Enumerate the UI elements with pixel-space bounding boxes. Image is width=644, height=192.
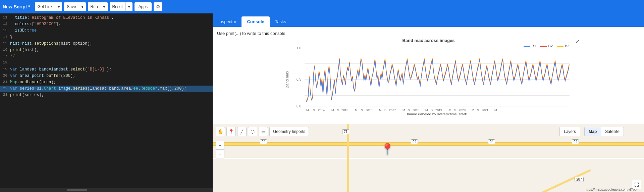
route-badge-94-1: 94 [260,139,267,144]
svg-text:M: M [379,108,381,112]
svg-text:1.0: 1.0 [297,46,301,50]
code-line-14: 14 } [0,34,213,41]
tabs-bar: Inspector Console Tasks [213,13,644,27]
reset-button[interactable]: Reset ▼ [110,2,132,11]
code-line-18: 18 [0,60,213,66]
legend-b2-line [540,46,547,47]
chart-title: Band max across images [284,38,573,43]
expand-chart-button[interactable]: ⤢ [576,39,580,44]
map-view-button[interactable]: Map [584,127,601,136]
svg-text:S: S [431,108,433,112]
route-badge-287: 287 [575,177,584,182]
save-arrow[interactable]: ▼ [79,2,86,11]
pan-tool-button[interactable]: ✋ [216,127,225,136]
settings-button[interactable]: ⚙ [154,2,162,11]
map-marker: 📍 [381,143,394,155]
svg-text:0.0: 0.0 [297,104,301,108]
svg-text:M: M [331,108,334,112]
highway-94-border-bottom [213,145,644,146]
zoom-in-button[interactable]: + [216,141,224,150]
get-link-button[interactable]: Get Link ▼ [35,2,62,11]
reset-arrow[interactable]: ▼ [125,2,132,11]
zoom-out-button[interactable]: − [216,150,224,158]
svg-text:2015: 2015 [341,108,348,112]
svg-text:M: M [306,108,309,112]
code-line-12: 12 colors:["#9932CC"], [0,21,213,28]
legend-b3-label: B3 [565,44,569,48]
svg-text:S: S [337,108,339,112]
road-71 [347,124,349,192]
get-link-arrow[interactable]: ▼ [55,2,62,11]
route-badge-71: 71 [342,129,349,134]
svg-text:2017: 2017 [389,108,396,112]
shape-tool-button[interactable]: ⬡ [248,127,257,136]
code-editor-panel: 11 title: Histogram of Elevation in Kans… [0,13,213,192]
code-line-13: 13 is3D:true [0,28,213,34]
svg-text:2014: 2014 [318,108,325,112]
svg-text:S: S [313,108,315,112]
layers-button[interactable]: Layers [559,127,580,136]
code-line-16: 16 print(hist); [0,47,213,53]
legend-b3-line [557,46,564,47]
svg-text:2018: 2018 [413,108,419,112]
minor-road-1 [213,158,644,159]
svg-text:M: M [494,108,497,112]
tab-inspector[interactable]: Inspector [213,16,241,27]
code-line-20: 20 var area=point.buffer(300); [0,73,213,79]
geometry-imports-button[interactable]: Geometry Imports [269,127,309,136]
rect-tool-button[interactable]: ▭ [259,127,268,136]
svg-text:2021: 2021 [482,108,488,112]
code-editor[interactable]: 11 title: Histogram of Elevation in Kans… [0,13,213,188]
route-badge-94-3: 94 [488,139,495,144]
code-line-19: 19 var landsat_band=landsat.select("B[1-… [0,66,213,73]
script-title: New Script * [3,4,30,9]
svg-text:0.5: 0.5 [297,78,301,81]
code-content[interactable]: 11 title: Histogram of Elevation in Kans… [0,13,213,188]
legend-b2-label: B2 [548,44,553,48]
map-attribution: https://maps.googleapis.com/vt?pb=... [585,188,641,191]
svg-text:Band max: Band max [285,71,289,88]
tab-console[interactable]: Console [241,16,269,27]
svg-text:M: M [402,108,405,112]
svg-text:M: M [449,108,451,112]
main-layout: 11 title: Histogram of Elevation in Kans… [0,13,644,192]
chart-svg: 1.0 0.5 0.0 Band max M S 2014 M S 2015 M… [284,44,573,115]
map-satellite-toggle: Map Satellite [584,127,624,136]
main-toolbar: New Script * Get Link ▼ Save ▼ Run ▼ Res… [0,0,644,13]
route-badge-94-2: 94 [411,139,418,144]
run-arrow[interactable]: ▼ [101,2,108,11]
zoom-controls: + − [216,141,224,158]
reset-main[interactable]: Reset [110,2,125,11]
fullscreen-icon [634,182,639,187]
highway-94-border-top [213,142,644,143]
point-tool-button[interactable]: 📍 [226,127,236,136]
code-line-17: 17 */ [0,53,213,60]
svg-text:2019: 2019 [435,108,442,112]
svg-text:S: S [361,108,363,112]
svg-text:2016: 2016 [366,108,372,112]
map-toolbar: ✋ 📍 ╱ ⬡ ▭ Geometry Imports [216,127,309,136]
tab-tasks[interactable]: Tasks [270,16,291,27]
route-badge-94-4: 94 [572,139,579,144]
legend-b1-line [524,46,530,47]
code-scrollbar-bottom [0,188,213,192]
apps-button[interactable]: Apps [135,2,152,11]
code-line-21: 21 Map.addLayer(area); [0,79,213,86]
svg-text:2020: 2020 [459,108,466,112]
run-button[interactable]: Run ▼ [88,2,108,11]
save-main[interactable]: Save [64,2,78,11]
code-line-23: 23 print(series); [0,92,213,98]
run-main[interactable]: Run [88,2,101,11]
save-button[interactable]: Save ▼ [64,2,86,11]
console-hint: Use print(...) to write to this console. [217,31,640,36]
code-line-11: 11 title: Histogram of Elevation in Kans… [0,15,213,21]
right-panel: Inspector Console Tasks Use print(...) t… [213,13,644,192]
map-area[interactable]: ✋ 📍 ╱ ⬡ ▭ Geometry Imports + − Layers Ma… [213,124,644,192]
line-tool-button[interactable]: ╱ [237,127,247,136]
code-line-22: 22 var series=ui.Chart.image.series(land… [0,86,213,92]
get-link-main[interactable]: Get Link [35,2,55,11]
legend-b3: B3 [557,44,569,48]
svg-text:S: S [408,108,410,112]
svg-text:M: M [472,108,474,112]
satellite-view-button[interactable]: Satellite [601,127,624,136]
